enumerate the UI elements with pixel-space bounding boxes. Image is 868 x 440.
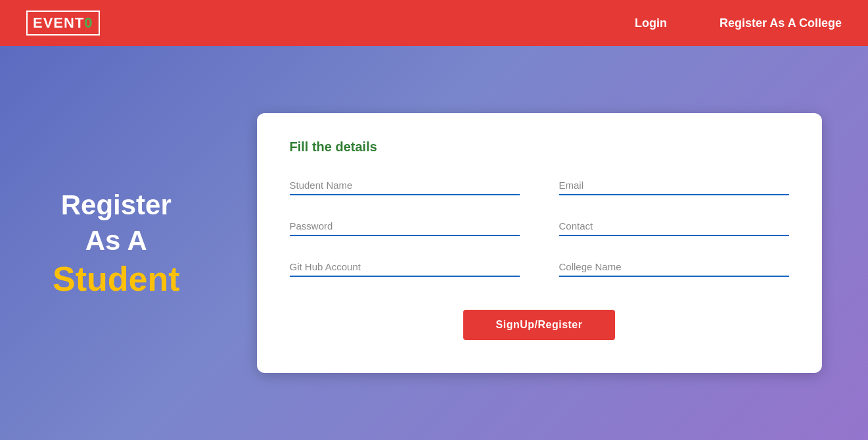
- nav-links: Login Register As A College: [635, 16, 842, 30]
- hero-text: Register As A Student: [53, 187, 180, 299]
- student-name-field: [290, 174, 520, 195]
- hero-line1: Register As A: [53, 187, 180, 259]
- logo-text: EVENT0: [26, 11, 100, 36]
- contact-field: [559, 215, 789, 236]
- logo: EVENT0: [26, 11, 100, 36]
- college-field: [559, 256, 789, 277]
- hero-student: Student: [53, 259, 180, 299]
- register-college-link[interactable]: Register As A College: [720, 16, 842, 30]
- student-name-input[interactable]: [290, 174, 520, 195]
- login-link[interactable]: Login: [635, 16, 667, 30]
- form-grid: [290, 174, 789, 277]
- email-field: [559, 174, 789, 195]
- github-input[interactable]: [290, 256, 520, 277]
- form-title: Fill the details: [290, 139, 789, 155]
- email-input[interactable]: [559, 174, 789, 195]
- logo-highlight: 0: [84, 14, 93, 31]
- navbar: EVENT0 Login Register As A College: [0, 0, 868, 46]
- github-field: [290, 256, 520, 277]
- contact-input[interactable]: [559, 215, 789, 236]
- registration-form-card: Fill the details: [257, 113, 822, 373]
- password-field: [290, 215, 520, 236]
- main-content: Register As A Student Fill the details: [0, 46, 868, 440]
- signup-button[interactable]: SignUp/Register: [463, 310, 616, 340]
- college-input[interactable]: [559, 256, 789, 277]
- password-input[interactable]: [290, 215, 520, 236]
- submit-row: SignUp/Register: [290, 310, 789, 340]
